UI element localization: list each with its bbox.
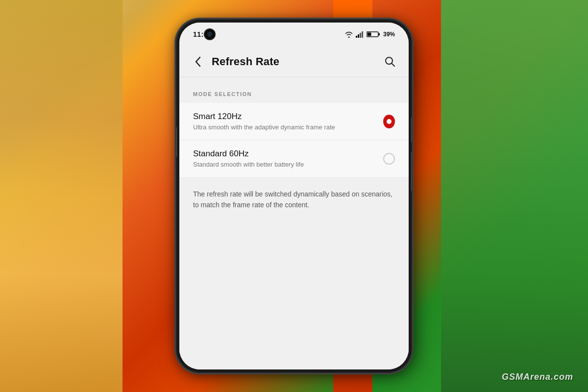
top-bar-left: Refresh Rate [189,53,279,71]
svg-rect-2 [360,33,361,38]
camera-hole [204,28,216,40]
search-icon [385,56,395,67]
status-icons: 39% [345,31,395,38]
radio-standard-60hz[interactable] [383,153,395,165]
status-bar: 11:47 [179,23,409,46]
page-title: Refresh Rate [212,55,279,68]
radio-selected-indicator [383,115,395,128]
radio-smart-120hz[interactable] [383,116,395,127]
signal-icon [356,31,364,38]
watermark: GSMArena.com [502,372,573,382]
back-chevron-icon [195,56,201,67]
option-smart-120hz-text: Smart 120Hz Ultra smooth with the adapti… [193,112,375,131]
svg-rect-5 [378,33,380,36]
option-smart-120hz-title: Smart 120Hz [193,112,375,122]
option-smart-120hz-subtitle: Ultra smooth with the adaptive dynamic f… [193,123,375,131]
app-content: Refresh Rate MODE SELECTION [179,46,409,369]
svg-rect-6 [367,33,371,36]
back-button[interactable] [189,53,207,71]
section-header-mode: MODE SELECTION [179,77,409,103]
info-text: The refresh rate will be switched dynami… [179,177,409,222]
battery-percentage: 39% [383,31,395,38]
power-button [411,118,412,142]
option-standard-60hz[interactable]: Standard 60Hz Standard smooth with bette… [179,140,409,177]
phone-body: 11:47 [176,20,412,372]
option-standard-60hz-subtitle: Standard smooth with better battery life [193,161,375,168]
svg-line-8 [392,63,394,66]
volume-right-button [411,152,412,191]
camera-lens [207,32,212,37]
svg-rect-0 [356,36,357,38]
volume-button [176,127,177,157]
option-standard-60hz-text: Standard 60Hz Standard smooth with bette… [193,149,375,168]
svg-rect-3 [362,31,363,38]
option-smart-120hz[interactable]: Smart 120Hz Ultra smooth with the adapti… [179,103,409,140]
battery-icon [367,31,380,38]
phone-mockup: 11:47 [176,20,412,372]
search-button[interactable] [381,53,399,71]
settings-list: MODE SELECTION Smart 120Hz Ultra smooth … [179,77,409,369]
phone-screen: 11:47 [179,23,409,369]
wifi-icon [345,31,353,38]
option-standard-60hz-title: Standard 60Hz [193,149,375,159]
top-navigation-bar: Refresh Rate [179,46,409,77]
svg-rect-1 [358,34,359,38]
